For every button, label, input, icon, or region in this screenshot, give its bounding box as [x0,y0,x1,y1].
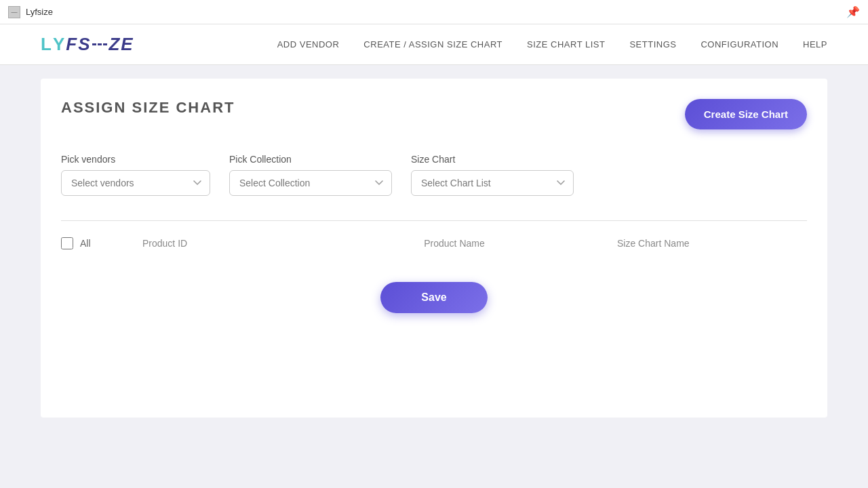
nav-settings[interactable]: SETTINGS [629,39,676,49]
app-title: Lyfsize [26,7,53,17]
vendor-group: Pick vendors Select vendors [61,154,210,196]
nav-create-assign[interactable]: CREATE / ASSIGN SIZE CHART [363,39,502,49]
page-header: ASSIGN SIZE CHART Create Size Chart [61,99,807,129]
nav-links: ADD VENDOR CREATE / ASSIGN SIZE CHART SI… [277,39,827,49]
page-title: ASSIGN SIZE CHART [61,99,235,117]
size-chart-select[interactable]: Select Chart List [411,170,574,196]
logo-z: Z [108,34,121,55]
logo-f: F [66,34,78,55]
collection-label: Pick Collection [229,154,392,165]
nav-size-chart-list[interactable]: SIZE CHART LIST [527,39,605,49]
main-card: ASSIGN SIZE CHART Create Size Chart Pick… [41,79,827,418]
table-section: All Product ID Product Name Size Chart N… [61,220,807,255]
collection-select[interactable]: Select Collection [229,170,392,196]
logo-e: E [121,34,134,55]
nav-help[interactable]: HELP [803,39,827,49]
col-product-id: Product ID [142,238,292,249]
content-area: ASSIGN SIZE CHART Create Size Chart Pick… [0,65,868,488]
nav-configuration[interactable]: CONFIGURATION [701,39,778,49]
app-wrapper: L Y F S Z E ADD VENDOR CREATE / ASSIGN S… [0,24,868,488]
logo-dash [92,43,107,45]
pin-icon[interactable]: 📌 [846,5,860,18]
vendor-label: Pick vendors [61,154,210,165]
all-label: All [80,238,91,249]
col-size-chart-name: Size Chart Name [617,238,807,249]
app-icon: — [8,6,20,18]
vendor-select[interactable]: Select vendors [61,170,210,196]
col-product-name: Product Name [292,238,617,249]
save-row: Save [61,282,807,313]
logo-y: Y [53,34,66,55]
size-chart-group: Size Chart Select Chart List [411,154,574,196]
collection-group: Pick Collection Select Collection [229,154,392,196]
table-header: All Product ID Product Name Size Chart N… [61,232,807,255]
create-size-chart-button[interactable]: Create Size Chart [685,99,807,129]
title-bar-left: — Lyfsize [8,6,53,18]
title-bar: — Lyfsize 📌 [0,0,868,24]
select-all-checkbox[interactable] [61,237,73,249]
size-chart-label: Size Chart [411,154,574,165]
logo-s: S [78,34,91,55]
nav-bar: L Y F S Z E ADD VENDOR CREATE / ASSIGN S… [0,24,868,65]
table-checkbox-col: All [61,237,142,249]
nav-add-vendor[interactable]: ADD VENDOR [277,39,340,49]
save-button[interactable]: Save [380,282,487,313]
logo: L Y F S Z E [41,34,134,55]
form-row: Pick vendors Select vendors Pick Collect… [61,154,807,196]
logo-l: L [41,34,53,55]
